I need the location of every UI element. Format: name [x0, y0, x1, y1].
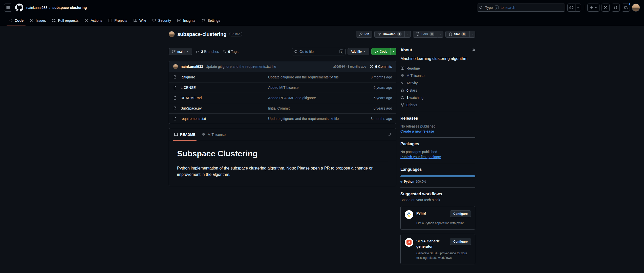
- hamburger-menu-button[interactable]: [4, 4, 12, 12]
- commit-author[interactable]: nainkunal933: [181, 65, 203, 69]
- star-icon: [400, 88, 404, 92]
- code-button[interactable]: Code: [371, 48, 390, 55]
- sidebar: About Machine learning clustering algori…: [400, 48, 475, 272]
- branches-link[interactable]: 2 Branches: [196, 50, 219, 54]
- global-search-input[interactable]: Type / to search: [477, 4, 565, 12]
- branch-selector-button[interactable]: main: [169, 48, 192, 55]
- history-icon: [370, 65, 374, 69]
- breadcrumb-repo[interactable]: subspace-clustering: [52, 6, 87, 10]
- repo-owner-avatar[interactable]: [169, 31, 175, 37]
- triangle-down-icon: [406, 33, 409, 36]
- tab-pull-requests[interactable]: Pull requests: [50, 15, 80, 26]
- commit-sha-time[interactable]: a66d986 · 3 months ago: [333, 65, 366, 68]
- repo-action-buttons: Pin Unwatch 1 Fork 0: [356, 31, 475, 38]
- visibility-badge: Public: [229, 32, 243, 36]
- tab-issues[interactable]: Issues: [28, 15, 48, 26]
- tab-insights[interactable]: Insights: [175, 15, 197, 26]
- workflow-name: Pylint: [416, 210, 426, 216]
- notifications-inbox-button[interactable]: [622, 4, 630, 12]
- main-column: main 2 Branches 0 Tags: [169, 48, 396, 186]
- git-branch-icon: [196, 50, 200, 54]
- book-icon: [174, 133, 178, 137]
- file-commit-age: 6 years ago: [352, 86, 392, 90]
- pin-icon: [359, 32, 363, 36]
- tab-code[interactable]: Code: [7, 15, 26, 26]
- issue-opened-icon: [30, 18, 34, 23]
- git-branch-icon: [172, 50, 176, 54]
- create-new-button[interactable]: [587, 4, 599, 12]
- file-commit-message[interactable]: Added README and gitignore: [268, 96, 352, 100]
- configure-pylint-button[interactable]: Configure: [450, 210, 471, 217]
- file-link[interactable]: LICENSE: [173, 86, 268, 90]
- create-release-link[interactable]: Create a new release: [400, 129, 434, 133]
- pull-requests-header-button[interactable]: [612, 4, 620, 12]
- about-forks-link[interactable]: 0 forks: [400, 102, 475, 108]
- file-name: SubSpace.py: [181, 106, 202, 110]
- file-icon: [173, 86, 177, 90]
- file-commit-message[interactable]: Update gitignore and the requirements.tx…: [268, 75, 352, 79]
- file-link[interactable]: .gitignore: [173, 75, 268, 79]
- file-link[interactable]: requirements.txt: [173, 117, 268, 121]
- fork-button[interactable]: Fork 0: [413, 31, 437, 38]
- github-logo-icon[interactable]: [15, 4, 23, 12]
- chevron-down-icon: [577, 6, 580, 9]
- tab-security[interactable]: Security: [150, 15, 173, 26]
- gear-icon: [201, 18, 205, 23]
- pencil-icon: [388, 133, 392, 137]
- code-icon: [374, 50, 378, 54]
- watch-dropdown-caret[interactable]: [405, 31, 411, 38]
- breadcrumb-owner[interactable]: nainkunal933: [26, 6, 47, 10]
- go-to-file-input[interactable]: [299, 50, 335, 54]
- law-icon: [202, 133, 206, 137]
- tab-settings[interactable]: Settings: [199, 15, 222, 26]
- tab-readme[interactable]: README: [171, 128, 199, 141]
- copilot-button[interactable]: [567, 4, 575, 12]
- about-title: About: [400, 48, 412, 52]
- star-button[interactable]: Star 0: [445, 31, 469, 38]
- file-commit-message[interactable]: Update gitignore and the requirements.tx…: [268, 117, 352, 121]
- file-commit-message[interactable]: Added MIT License: [268, 86, 352, 90]
- about-readme-link[interactable]: Readme: [400, 66, 475, 71]
- file-link[interactable]: SubSpace.py: [173, 106, 268, 110]
- book-icon: [400, 66, 404, 70]
- tags-link[interactable]: 0 Tags: [223, 50, 239, 54]
- about-settings-gear-icon[interactable]: [471, 48, 475, 52]
- issues-header-button[interactable]: [602, 4, 610, 12]
- language-legend-python[interactable]: Python 100.0%: [400, 180, 475, 183]
- about-license-link[interactable]: MIT license: [400, 73, 475, 78]
- commit-message[interactable]: Update gitignore and the requirements.tx…: [206, 65, 276, 69]
- tab-projects[interactable]: Projects: [106, 15, 129, 26]
- file-link[interactable]: README.md: [173, 96, 268, 100]
- breadcrumb: nainkunal933 / subspace-clustering: [26, 6, 87, 10]
- code-dropdown-caret[interactable]: [390, 48, 396, 55]
- about-activity-link[interactable]: Activity: [400, 80, 475, 86]
- commit-author-avatar[interactable]: [173, 64, 178, 69]
- readme-card: README MIT license Subspace Clustering P…: [169, 128, 396, 186]
- star-dropdown-caret[interactable]: [469, 31, 475, 38]
- suggested-workflows-section: Suggested workflows Based on your tech s…: [400, 192, 475, 268]
- about-watching-link[interactable]: 1 watching: [400, 95, 475, 100]
- tab-mit-license[interactable]: MIT license: [199, 128, 229, 141]
- user-avatar[interactable]: [632, 4, 640, 12]
- tab-actions[interactable]: Actions: [82, 15, 104, 26]
- tab-wiki[interactable]: Wiki: [131, 15, 148, 26]
- pin-button[interactable]: Pin: [356, 31, 372, 38]
- about-stars-link[interactable]: 0 stars: [400, 88, 475, 93]
- table-row: requirements.txt Update gitignore and th…: [169, 113, 396, 124]
- code-button-label: Code: [380, 50, 387, 53]
- configure-slsa-button[interactable]: Configure: [450, 238, 471, 245]
- copilot-icon: [569, 5, 574, 10]
- fork-dropdown-caret[interactable]: [437, 31, 443, 38]
- publish-package-link[interactable]: Publish your first package: [400, 155, 441, 159]
- language-percent: 100.0%: [416, 180, 426, 183]
- page-title[interactable]: subspace-clustering: [177, 31, 227, 37]
- file-commit-message[interactable]: Initial Commit: [268, 106, 352, 110]
- t-key-hint: t: [339, 49, 343, 54]
- edit-readme-button[interactable]: [385, 133, 394, 137]
- file-table: nainkunal933 Update gitignore and the re…: [169, 61, 396, 124]
- unwatch-button[interactable]: Unwatch 1: [374, 31, 405, 38]
- copilot-dropdown-caret[interactable]: [575, 4, 581, 12]
- commit-history-link[interactable]: 6 Commits: [370, 65, 392, 69]
- add-file-button[interactable]: Add file: [348, 48, 369, 55]
- slash-key-hint: /: [495, 5, 499, 10]
